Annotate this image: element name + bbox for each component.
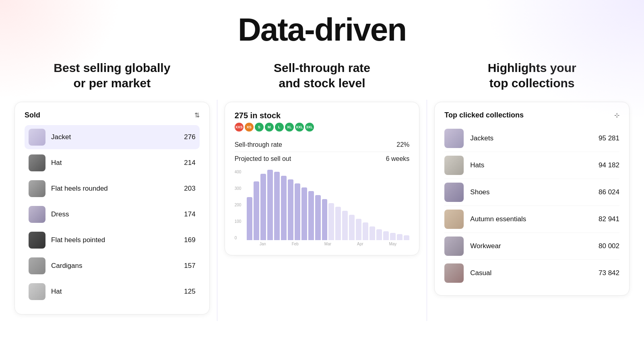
collection-name: Shoes [470,188,599,196]
collection-count: 80 002 [599,242,619,250]
sold-item[interactable]: Hat 214 [25,151,200,175]
size-dot: L [275,123,284,132]
bar [363,222,368,240]
size-dot: S [255,123,264,132]
metric-value: 22% [396,141,409,148]
bar [254,181,259,240]
collection-name: Workwear [470,242,599,250]
bar [349,215,355,240]
bar [288,179,293,240]
size-dots: XXSXSSMLXLXXL3XL [235,123,410,132]
collections-label: Top clicked collections [444,111,524,119]
size-dot: M [265,123,274,132]
collections-header: Top clicked collections ⊹ [444,111,619,119]
sold-item-thumb [29,283,45,300]
size-dot: XXL [295,123,304,132]
sold-item-count: 276 [184,133,195,141]
sold-item-name: Cardigans [51,262,184,270]
collection-item[interactable]: Jackets 95 281 [444,125,619,152]
collection-thumb [444,156,464,175]
sold-list: Jacket 276 Hat 214 Flat heels rounded 20… [25,125,200,304]
bar [342,211,348,240]
sold-item[interactable]: Jacket 276 [25,125,200,149]
bar-chart-wrapper: 400 300 200 100 0 Jan Feb Mar Apr May [235,170,410,246]
chart-x-labels: Jan Feb Mar Apr May [247,240,410,246]
collection-thumb [444,237,464,256]
stock-count: 275 in stock [235,111,281,120]
size-dot: XS [245,123,254,132]
column-middle: Sell-through rateand stock level 275 in … [217,60,427,255]
bar [295,183,300,240]
metric-row: Sell-through rate 22% [235,138,410,152]
column-title-middle: Sell-through rateand stock level [274,60,370,90]
bar [376,229,382,240]
filter-icon[interactable]: ⊹ [614,111,619,119]
column-title-right: Highlights yourtop collections [488,60,576,90]
column-right: Highlights yourtop collections Top click… [427,60,637,296]
sold-item-count: 169 [184,236,195,244]
sell-through-card: 275 in stock XXSXSSMLXLXXL3XL Sell-throu… [225,102,420,255]
collection-name: Autumn essentials [470,215,599,223]
bar [267,170,273,240]
bar-chart-area [247,170,410,240]
column-title-left: Best selling globallyor per market [54,60,170,90]
sold-item-thumb [29,129,45,146]
bar [390,233,396,240]
sold-header: Sold ⇅ [25,111,200,119]
sold-item[interactable]: Dress 174 [25,202,200,226]
bar [260,174,266,240]
bar [383,231,389,240]
collection-count: 95 281 [599,134,619,142]
columns-container: Best selling globallyor per market Sold … [0,60,644,360]
sold-item[interactable]: Hat 125 [25,280,200,304]
best-selling-card: Sold ⇅ Jacket 276 Hat 214 Flat heels rou… [14,102,210,315]
sold-item[interactable]: Flat heels rounded 203 [25,177,200,201]
sold-item[interactable]: Flat heels pointed 169 [25,228,200,252]
bar [369,226,375,240]
sold-item-name: Jacket [51,133,184,141]
bar [274,172,280,240]
sold-label: Sold [25,111,40,119]
bar [301,187,307,240]
collection-name: Hats [470,161,599,169]
size-dot: XXS [235,123,244,132]
metric-label: Projected to sell out [235,155,291,162]
collection-item[interactable]: Casual 73 842 [444,260,619,286]
size-dot: XL [285,123,294,132]
collection-name: Jackets [470,134,599,142]
sold-item-count: 157 [184,262,195,270]
collections-list: Jackets 95 281 Hats 94 182 Shoes 86 024 … [444,125,619,286]
collection-thumb [444,129,464,148]
bar [281,176,287,240]
sold-item-count: 174 [184,210,195,218]
bar [322,199,328,240]
collection-thumb [444,210,464,229]
stock-header: 275 in stock [235,111,410,120]
collection-item[interactable]: Autumn essentials 82 941 [444,206,619,233]
collections-card: Top clicked collections ⊹ Jackets 95 281… [434,102,630,296]
bar [308,191,314,240]
collection-item[interactable]: Shoes 86 024 [444,179,619,206]
collection-count: 94 182 [599,161,619,169]
bar [356,219,361,240]
sold-item-name: Hat [51,288,184,296]
bar [404,235,409,240]
collection-count: 73 842 [599,269,619,277]
sold-item-thumb [29,206,45,223]
collection-count: 82 941 [599,215,619,223]
sold-item[interactable]: Cardigans 157 [25,254,200,278]
collection-item[interactable]: Workwear 80 002 [444,233,619,260]
metric-row: Projected to sell out 6 weeks [235,152,410,166]
sold-item-thumb [29,180,45,197]
bar [315,195,321,240]
sold-item-name: Flat heels pointed [51,236,184,244]
sold-item-thumb [29,232,45,249]
sold-item-count: 203 [184,185,195,193]
page-title: Data-driven [0,0,644,60]
metric-label: Sell-through rate [235,141,282,148]
sold-item-thumb [29,257,45,274]
sort-icon[interactable]: ⇅ [194,111,200,119]
bar [397,234,402,240]
collection-count: 86 024 [599,188,619,196]
collection-item[interactable]: Hats 94 182 [444,152,619,179]
